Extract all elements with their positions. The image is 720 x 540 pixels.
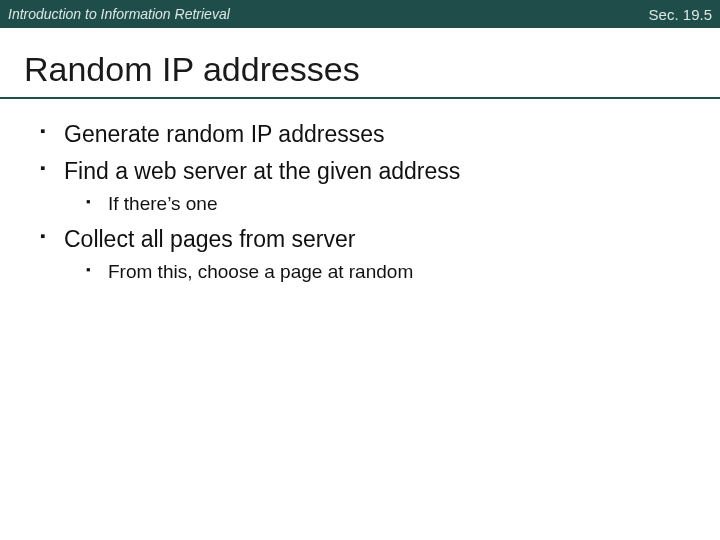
list-item: If there’s one bbox=[64, 191, 688, 218]
bullet-text: From this, choose a page at random bbox=[108, 261, 413, 282]
bullet-sublist: If there’s one bbox=[64, 191, 688, 218]
list-item: Find a web server at the given address I… bbox=[40, 156, 688, 218]
list-item: From this, choose a page at random bbox=[64, 259, 688, 286]
bullet-text: Find a web server at the given address bbox=[64, 158, 460, 184]
slide-content: Generate random IP addresses Find a web … bbox=[0, 99, 720, 285]
slide: Introduction to Information Retrieval Se… bbox=[0, 0, 720, 540]
bullet-text: Collect all pages from server bbox=[64, 226, 355, 252]
section-label: Sec. 19.5 bbox=[649, 6, 712, 23]
bullet-text: If there’s one bbox=[108, 193, 218, 214]
list-item: Collect all pages from server From this,… bbox=[40, 224, 688, 286]
bullet-text: Generate random IP addresses bbox=[64, 121, 384, 147]
bullet-sublist: From this, choose a page at random bbox=[64, 259, 688, 286]
slide-title: Random IP addresses bbox=[0, 28, 720, 97]
bullet-list: Generate random IP addresses Find a web … bbox=[40, 119, 688, 285]
course-title: Introduction to Information Retrieval bbox=[8, 6, 230, 22]
slide-header: Introduction to Information Retrieval Se… bbox=[0, 0, 720, 28]
list-item: Generate random IP addresses bbox=[40, 119, 688, 150]
